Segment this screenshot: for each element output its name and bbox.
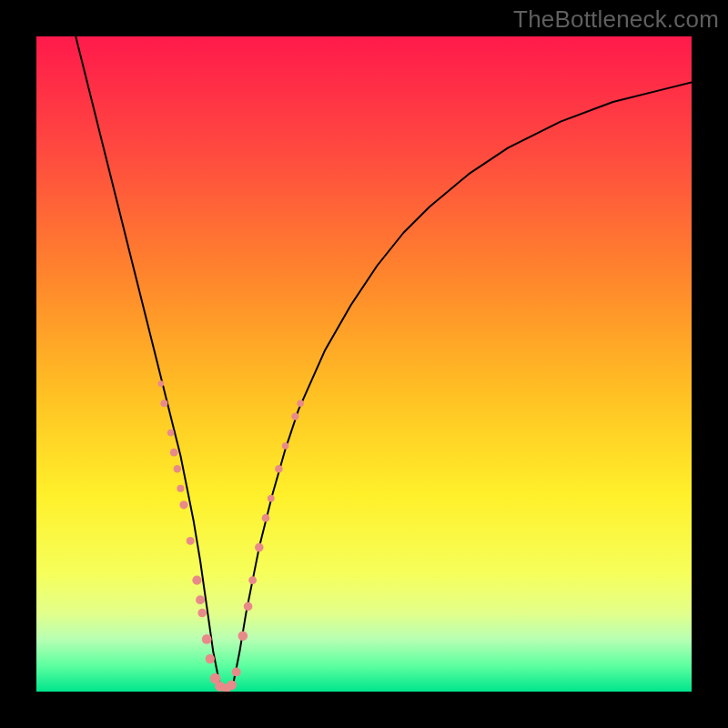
watermark-text: TheBottleneck.com <box>513 5 719 34</box>
marker-dot <box>268 495 275 502</box>
marker-dot <box>177 485 184 492</box>
marker-dot <box>255 543 264 552</box>
marker-dot <box>232 667 241 676</box>
chart-background <box>36 36 692 692</box>
chart-svg <box>36 36 692 692</box>
marker-dot <box>262 514 270 522</box>
marker-dot <box>297 399 303 406</box>
marker-dot <box>160 399 167 407</box>
marker-dot <box>192 576 201 585</box>
marker-dot <box>206 654 215 663</box>
marker-dot <box>275 465 283 473</box>
marker-dot <box>291 412 298 420</box>
marker-dot <box>197 609 206 617</box>
marker-dot <box>238 632 248 642</box>
marker-dot <box>174 465 181 472</box>
marker-dot <box>157 380 164 387</box>
marker-dot <box>244 602 253 612</box>
marker-dot <box>248 576 257 584</box>
marker-dot <box>170 449 178 457</box>
marker-dot <box>187 537 195 545</box>
chart-frame: TheBottleneck.com <box>0 0 728 728</box>
marker-dot <box>179 500 187 509</box>
marker-dot <box>202 634 212 644</box>
marker-dot <box>282 442 289 450</box>
marker-dot <box>196 595 205 604</box>
marker-dot <box>227 680 237 690</box>
marker-dot <box>167 430 175 437</box>
plot-area <box>36 36 692 692</box>
